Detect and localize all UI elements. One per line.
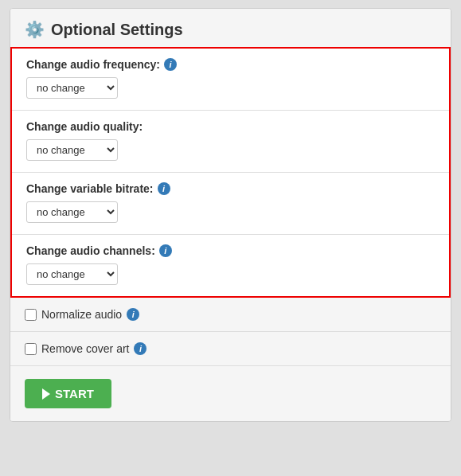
audio-frequency-label: Change audio frequency: i [26, 58, 435, 71]
variable-bitrate-select[interactable]: no change enabled disabled [26, 201, 118, 223]
audio-frequency-info-icon[interactable]: i [164, 58, 177, 71]
audio-channels-select[interactable]: no change 1 (mono) 2 (stereo) [26, 263, 118, 285]
normalize-audio-section: Normalize audio i [10, 298, 451, 332]
variable-bitrate-label: Change variable bitrate: i [26, 182, 435, 195]
audio-quality-section: Change audio quality: no change 0 (best)… [12, 111, 449, 173]
audio-frequency-section: Change audio frequency: i no change 8000… [12, 49, 449, 111]
optional-settings-card: ⚙️ Optional Settings Change audio freque… [10, 8, 451, 422]
variable-bitrate-section: Change variable bitrate: i no change ena… [12, 173, 449, 235]
audio-frequency-select[interactable]: no change 8000 Hz 11025 Hz 16000 Hz 2205… [26, 77, 118, 99]
normalize-audio-info-icon[interactable]: i [127, 308, 139, 321]
audio-channels-section: Change audio channels: i no change 1 (mo… [12, 235, 449, 296]
gear-icon: ⚙️ [25, 20, 45, 39]
start-button[interactable]: START [25, 379, 111, 408]
remove-cover-art-section: Remove cover art i [10, 332, 451, 366]
audio-settings-group: Change audio frequency: i no change 8000… [10, 47, 451, 298]
audio-channels-info-icon[interactable]: i [159, 244, 172, 257]
chevron-right-icon [42, 388, 50, 400]
normalize-audio-label[interactable]: Normalize audio i [25, 308, 139, 321]
normalize-audio-checkbox[interactable] [25, 309, 37, 321]
card-title: Optional Settings [51, 21, 183, 39]
audio-channels-label: Change audio channels: i [26, 244, 435, 257]
audio-quality-select[interactable]: no change 0 (best) 1 2 3 4 5 6 7 8 9 (wo… [26, 139, 118, 161]
card-header: ⚙️ Optional Settings [10, 9, 451, 47]
remove-cover-art-checkbox[interactable] [25, 343, 37, 355]
audio-quality-label: Change audio quality: [26, 120, 435, 133]
remove-cover-art-info-icon[interactable]: i [134, 342, 147, 355]
remove-cover-art-label[interactable]: Remove cover art i [25, 342, 147, 355]
variable-bitrate-info-icon[interactable]: i [158, 182, 170, 195]
footer: START [10, 366, 451, 421]
